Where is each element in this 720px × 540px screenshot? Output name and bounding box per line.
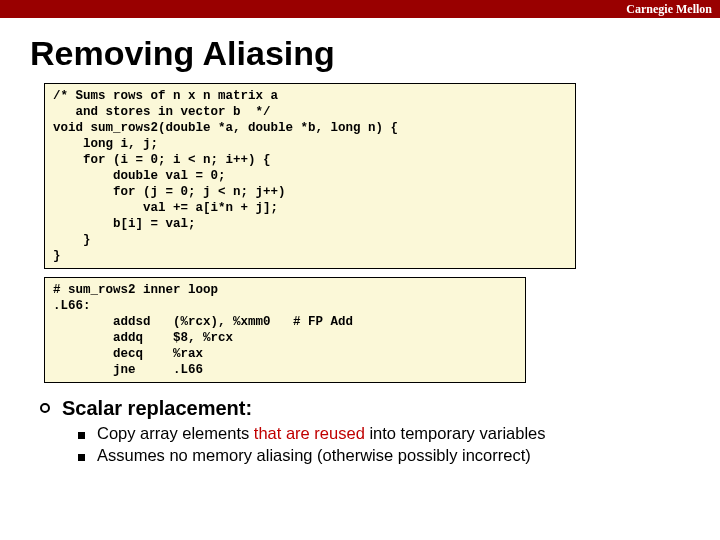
b2a-post: into temporary variables bbox=[365, 424, 546, 442]
bullet-circle-icon bbox=[40, 403, 50, 413]
bullet1-text: Scalar replacement: bbox=[62, 397, 252, 420]
bullet-level2: Assumes no memory aliasing (otherwise po… bbox=[78, 446, 720, 465]
bullet-square-icon bbox=[78, 454, 85, 461]
bullet-square-icon bbox=[78, 432, 85, 439]
bullet-level2: Copy array elements that are reused into… bbox=[78, 424, 720, 443]
code-block-asm: # sum_rows2 inner loop .L66: addsd (%rcx… bbox=[44, 277, 526, 383]
brand-label: Carnegie Mellon bbox=[626, 2, 712, 17]
slide-title: Removing Aliasing bbox=[30, 34, 720, 73]
b2a-highlight: that are reused bbox=[254, 424, 365, 442]
header-bar: Carnegie Mellon bbox=[0, 0, 720, 18]
bullet2a-text: Copy array elements that are reused into… bbox=[97, 424, 546, 443]
b2a-pre: Copy array elements bbox=[97, 424, 254, 442]
code-block-c: /* Sums rows of n x n matrix a and store… bbox=[44, 83, 576, 269]
bullet-level1: Scalar replacement: bbox=[34, 397, 720, 420]
bullet-list: Scalar replacement: Copy array elements … bbox=[34, 397, 720, 465]
slide: Carnegie Mellon Removing Aliasing /* Sum… bbox=[0, 0, 720, 540]
bullet2b-text: Assumes no memory aliasing (otherwise po… bbox=[97, 446, 531, 465]
